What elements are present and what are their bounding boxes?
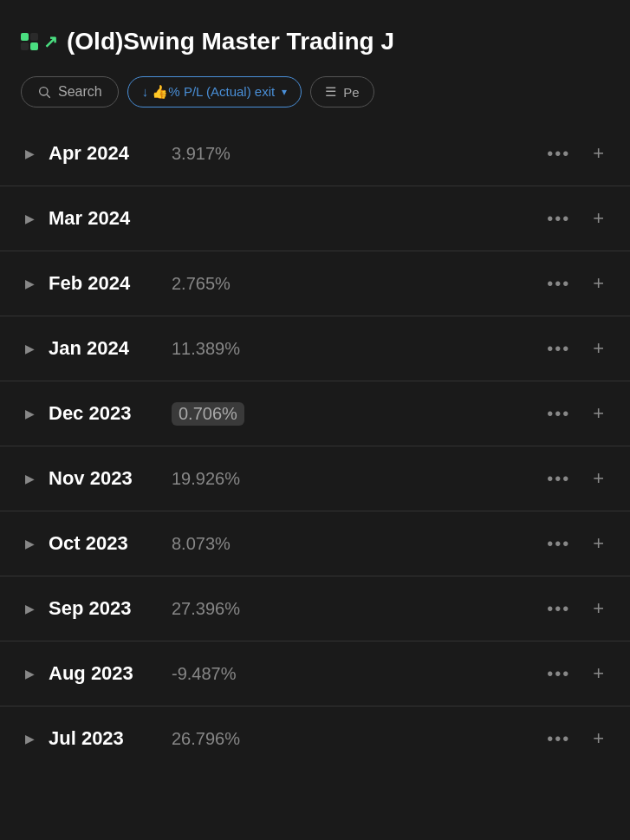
add-entry-button[interactable]: + <box>588 659 609 688</box>
expand-arrow-icon[interactable]: ▶ <box>21 277 38 290</box>
month-label: Oct 2023 <box>49 532 161 555</box>
expand-arrow-icon[interactable]: ▶ <box>21 602 38 615</box>
month-value: 27.396% <box>172 599 240 619</box>
month-label: Mar 2024 <box>49 207 161 230</box>
search-label: Search <box>58 84 102 100</box>
month-value: 26.796% <box>172 729 240 749</box>
expand-arrow-icon[interactable]: ▶ <box>21 407 38 420</box>
month-label: Jul 2023 <box>49 727 161 750</box>
more-options-button[interactable]: ••• <box>540 270 577 297</box>
header: ↗ (Old)Swing Master Trading J <box>0 0 630 69</box>
logo-blocks <box>21 33 38 50</box>
filter-button[interactable]: ↓ 👍% P/L (Actual) exit ▾ <box>127 76 302 107</box>
expand-arrow-icon[interactable]: ▶ <box>21 732 38 746</box>
month-value: -9.487% <box>172 664 237 684</box>
more-options-button[interactable]: ••• <box>540 661 577 687</box>
months-list: ▶Apr 20243.917%•••+▶Mar 2024•••+▶Feb 202… <box>0 121 630 771</box>
expand-arrow-icon[interactable]: ▶ <box>21 212 38 225</box>
month-value: 3.917% <box>172 144 231 164</box>
month-row: ▶Nov 202319.926%•••+ <box>0 446 630 511</box>
add-entry-button[interactable]: + <box>588 269 609 298</box>
month-label: Feb 2024 <box>49 272 161 295</box>
month-row: ▶Aug 2023-9.487%•••+ <box>0 641 630 707</box>
search-button[interactable]: Search <box>21 76 119 107</box>
more-options-button[interactable]: ••• <box>540 335 577 362</box>
add-entry-button[interactable]: + <box>588 399 609 428</box>
page-title: (Old)Swing Master Trading J <box>67 28 394 55</box>
more-options-button[interactable]: ••• <box>540 140 577 167</box>
month-value: 19.926% <box>172 469 240 489</box>
month-label: Apr 2024 <box>49 142 161 165</box>
list-icon: ☰ <box>325 84 336 100</box>
view-label: Pe <box>343 85 359 100</box>
view-button[interactable]: ☰ Pe <box>310 76 373 107</box>
chevron-down-icon: ▾ <box>282 86 287 98</box>
month-row: ▶Apr 20243.917%•••+ <box>0 121 630 186</box>
add-entry-button[interactable]: + <box>588 204 609 233</box>
month-row: ▶Dec 20230.706%•••+ <box>0 381 630 446</box>
add-entry-button[interactable]: + <box>588 594 609 623</box>
svg-line-1 <box>47 94 50 98</box>
toolbar: Search ↓ 👍% P/L (Actual) exit ▾ ☰ Pe <box>0 69 630 121</box>
add-entry-button[interactable]: + <box>588 139 609 168</box>
expand-arrow-icon[interactable]: ▶ <box>21 537 38 550</box>
month-row: ▶Jan 202411.389%•••+ <box>0 316 630 381</box>
app-logo: ↗ <box>21 31 58 52</box>
add-entry-button[interactable]: + <box>588 529 609 558</box>
add-entry-button[interactable]: + <box>588 724 609 753</box>
more-options-button[interactable]: ••• <box>540 466 577 492</box>
month-label: Aug 2023 <box>49 662 161 685</box>
more-options-button[interactable]: ••• <box>540 726 577 752</box>
expand-arrow-icon[interactable]: ▶ <box>21 342 38 355</box>
month-value: 2.765% <box>172 274 231 294</box>
expand-arrow-icon[interactable]: ▶ <box>21 667 38 680</box>
add-entry-button[interactable]: + <box>588 464 609 493</box>
search-icon <box>37 85 51 99</box>
expand-arrow-icon[interactable]: ▶ <box>21 472 38 485</box>
more-options-button[interactable]: ••• <box>540 205 577 232</box>
more-options-button[interactable]: ••• <box>540 596 577 622</box>
month-label: Sep 2023 <box>49 597 161 620</box>
month-row: ▶Mar 2024•••+ <box>0 186 630 251</box>
external-link-icon: ↗ <box>43 31 58 52</box>
month-value: 8.073% <box>172 534 231 554</box>
month-row: ▶Jul 202326.796%•••+ <box>0 707 630 771</box>
month-value: 0.706% <box>172 402 244 426</box>
month-row: ▶Oct 20238.073%•••+ <box>0 511 630 576</box>
svg-point-0 <box>40 88 48 95</box>
month-row: ▶Feb 20242.765%•••+ <box>0 251 630 316</box>
month-label: Nov 2023 <box>49 467 161 490</box>
filter-label: ↓ 👍% P/L (Actual) exit <box>142 84 276 100</box>
month-value: 11.389% <box>172 339 240 359</box>
month-row: ▶Sep 202327.396%•••+ <box>0 576 630 641</box>
month-label: Jan 2024 <box>49 337 161 360</box>
month-label: Dec 2023 <box>49 402 161 425</box>
more-options-button[interactable]: ••• <box>540 531 577 557</box>
expand-arrow-icon[interactable]: ▶ <box>21 147 38 160</box>
more-options-button[interactable]: ••• <box>540 400 577 427</box>
add-entry-button[interactable]: + <box>588 334 609 363</box>
